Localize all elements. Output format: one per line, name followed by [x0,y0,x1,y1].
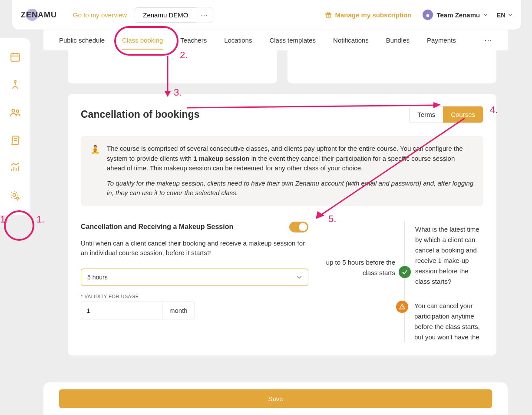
toggle-terms[interactable]: Terms [410,106,443,123]
tab-class-booking[interactable]: Class booking [122,31,163,50]
validity-unit: month [162,302,195,319]
team-label: Team Zenamu [436,11,480,19]
chevron-down-icon [297,275,302,280]
tabs-bar: Public schedule Class booking Teachers L… [43,30,508,50]
toggle-courses[interactable]: Courses [443,106,483,123]
tab-locations[interactable]: Locations [224,31,252,50]
chevron-down-icon [483,13,488,17]
tabs-more-icon[interactable]: ⋯ [484,35,492,45]
sidebar [0,38,30,215]
validity-label: *VALIDITY FOR USAGE [81,294,308,299]
gift-icon [325,11,332,18]
setting-title: Cancellation and Receiving a Makeup Sess… [81,223,233,231]
tab-payments[interactable]: Payments [427,31,456,50]
top-card-left [68,50,277,83]
info-italic: To qualify for the makeup session, clien… [107,179,474,198]
tab-teachers[interactable]: Teachers [180,31,207,50]
overview-link[interactable]: Go to my overview [73,11,127,19]
warning-icon [396,301,408,313]
manage-subscription-link[interactable]: Manage my subscription [325,11,412,19]
tab-notifications[interactable]: Notifications [333,31,369,50]
team-dropdown[interactable]: Team Zenamu [423,10,488,20]
cancellation-panel: Cancellation of bookings Terms Courses 🧘… [68,94,496,355]
svg-point-13 [13,194,16,197]
demo-more-button[interactable]: ⋯ [196,7,212,23]
info-box: 🧘 The course is comprised of several con… [81,136,483,206]
svg-point-14 [17,197,18,199]
demo-button[interactable]: Zenamu DEMO [135,7,196,23]
svg-point-16 [402,308,403,309]
people-icon[interactable] [10,107,21,118]
tab-bundles[interactable]: Bundles [386,31,410,50]
calendar-icon[interactable] [10,51,21,63]
save-bar: Save [43,382,508,415]
main-header: ZENAMU Go to my overview Zenamu DEMO ⋯ M… [12,0,521,30]
tab-class-templates[interactable]: Class templates [269,31,316,50]
check-icon [399,266,411,278]
validity-input[interactable] [81,302,162,319]
warning-text: You can cancel your participation anytim… [414,301,483,342]
summary-text: up to 5 hours before the class starts [317,257,395,278]
save-button[interactable]: Save [59,389,492,408]
svg-point-9 [12,109,15,112]
info-strong: 1 makeup session [193,155,249,162]
svg-point-10 [17,110,19,112]
hours-select[interactable]: 5 hours [81,269,308,286]
content-area: Cancellation of bookings Terms Courses 🧘… [43,50,508,415]
svg-point-8 [14,80,16,82]
subscription-label: Manage my subscription [335,11,412,19]
header-divider [65,10,65,20]
terms-courses-toggle: Terms Courses [409,106,483,123]
panel-title: Cancellation of bookings [81,109,199,120]
makeup-toggle-switch[interactable] [289,222,308,232]
annotation-circle-1 [4,210,34,241]
settings-icon[interactable] [10,190,21,202]
tab-public-schedule[interactable]: Public schedule [59,31,105,50]
logo: ZENAMU [21,10,57,20]
chevron-down-icon [508,13,512,17]
setting-description: Until when can a client cancel their boo… [81,239,308,258]
yoga-emoji-icon: 🧘 [90,144,100,198]
yoga-icon[interactable] [10,79,21,90]
svg-rect-4 [11,53,20,61]
top-card-right [287,50,497,83]
annotation-num-1: 1. [0,214,8,225]
language-dropdown[interactable]: EN [496,11,512,19]
note-icon[interactable] [10,135,21,146]
chart-icon[interactable] [10,163,21,174]
right-question: What is the latest time by which a clien… [415,224,483,287]
select-value: 5 hours [87,274,108,281]
lang-label: EN [496,11,506,19]
avatar-icon [423,10,433,20]
